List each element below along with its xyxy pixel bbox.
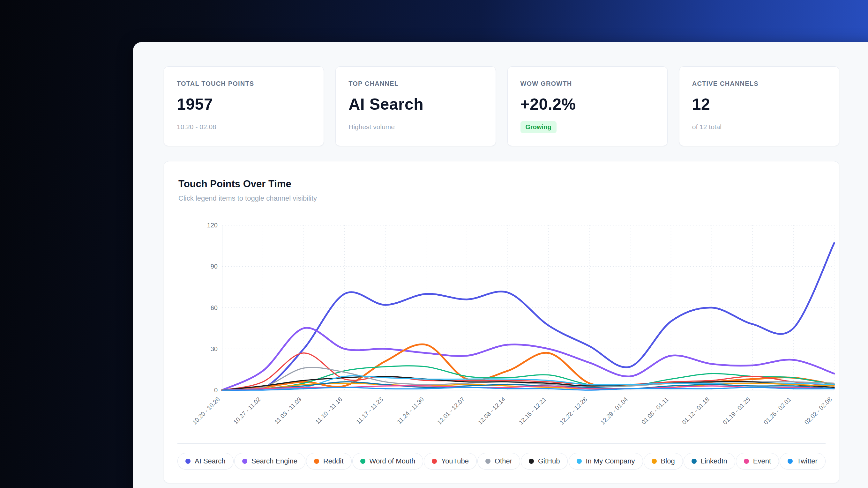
legend-label: Word of Mouth	[370, 457, 415, 465]
legend-pill-ai-search[interactable]: AI Search	[178, 453, 234, 469]
legend-pill-github[interactable]: GitHub	[521, 453, 568, 469]
legend-label: Reddit	[323, 457, 344, 465]
x-axis-tick-label: 12.08 - 12.14	[477, 396, 507, 426]
stat-label: WOW GROWTH	[521, 80, 654, 87]
other-color-dot-icon	[485, 459, 491, 464]
growing-status-badge: Growing	[521, 121, 557, 133]
chart-legend: AI SearchSearch EngineRedditWord of Mout…	[178, 453, 826, 469]
y-axis-tick-label: 30	[211, 346, 218, 352]
github-color-dot-icon	[529, 459, 534, 464]
y-axis-tick-label: 120	[207, 222, 218, 229]
legend-divider	[178, 443, 826, 444]
legend-pill-word-of-mouth[interactable]: Word of Mouth	[352, 453, 424, 469]
event-color-dot-icon	[744, 459, 749, 464]
stats-row: TOTAL TOUCH POINTS 1957 10.20 - 02.08 TO…	[164, 66, 839, 146]
x-axis-tick-label: 01.05 - 01.11	[640, 396, 670, 425]
chart-subtitle: Click legend items to toggle channel vis…	[178, 194, 317, 202]
x-axis-tick-label: 12.22 - 12.28	[558, 396, 588, 426]
line-chart-plot-area: 10.20 - 10.2610.27 - 11.0211.03 - 11.091…	[164, 219, 866, 436]
legend-label: In My Company	[586, 457, 635, 465]
legend-label: LinkedIn	[701, 457, 727, 465]
legend-pill-blog[interactable]: Blog	[644, 453, 683, 469]
stat-card-top-channel: TOP CHANNEL AI Search Highest volume	[335, 66, 496, 146]
stat-card-total-touch-points: TOTAL TOUCH POINTS 1957 10.20 - 02.08	[164, 66, 324, 146]
legend-pill-twitter[interactable]: Twitter	[780, 453, 826, 469]
series-line-twitter	[222, 387, 834, 390]
stat-value: +20.2%	[521, 95, 654, 113]
ai-search-color-dot-icon	[185, 459, 190, 464]
x-axis-tick-label: 12.15 - 12.21	[518, 396, 548, 426]
dashboard-content: TOTAL TOUCH POINTS 1957 10.20 - 02.08 TO…	[164, 66, 839, 483]
x-axis-tick-label: 11.24 - 11.30	[396, 396, 425, 425]
legend-pill-reddit[interactable]: Reddit	[306, 453, 352, 469]
x-axis-tick-label: 01.26 - 02.01	[763, 396, 793, 426]
x-axis-tick-label: 10.27 - 11.02	[232, 396, 262, 425]
legend-label: Blog	[661, 457, 675, 465]
legend-label: Other	[495, 457, 512, 465]
x-axis-tick-label: 10.20 - 10.26	[191, 396, 221, 426]
legend-label: AI Search	[195, 457, 226, 465]
x-axis-tick-label: 12.29 - 01.04	[599, 396, 629, 426]
legend-pill-search-engine[interactable]: Search Engine	[234, 453, 305, 469]
stat-card-active-channels: ACTIVE CHANNELS 12 of 12 total	[679, 66, 839, 146]
dashboard-panel: TOTAL TOUCH POINTS 1957 10.20 - 02.08 TO…	[133, 42, 868, 488]
stat-label: TOTAL TOUCH POINTS	[177, 80, 311, 87]
x-axis-tick-label: 11.03 - 11.09	[274, 396, 303, 425]
y-axis-tick-label: 0	[214, 387, 218, 394]
x-axis-tick-label: 01.19 - 01.25	[721, 396, 751, 426]
chart-title: Touch Points Over Time	[178, 178, 291, 190]
legend-label: GitHub	[538, 457, 560, 465]
x-axis-tick-label: 02.02 - 02.08	[803, 396, 833, 426]
y-axis-tick-label: 90	[211, 263, 218, 270]
reddit-color-dot-icon	[314, 459, 319, 464]
stat-subtext: Highest volume	[348, 123, 483, 131]
legend-pill-linkedin[interactable]: LinkedIn	[684, 453, 735, 469]
y-axis-tick-label: 60	[211, 304, 218, 311]
blog-color-dot-icon	[652, 459, 657, 464]
twitter-color-dot-icon	[787, 459, 793, 464]
legend-label: Event	[753, 457, 771, 465]
youtube-color-dot-icon	[432, 459, 437, 464]
stat-value: AI Search	[348, 95, 483, 113]
stat-subtext: of 12 total	[692, 123, 826, 131]
stat-value: 12	[692, 95, 826, 113]
legend-label: Twitter	[797, 457, 817, 465]
legend-label: Search Engine	[251, 457, 298, 465]
stat-label: ACTIVE CHANNELS	[692, 80, 826, 87]
x-axis-tick-label: 11.17 - 11.23	[355, 396, 384, 425]
series-line-ai-search	[222, 243, 834, 390]
legend-pill-in-my-company[interactable]: In My Company	[569, 453, 643, 469]
stat-value: 1957	[177, 95, 311, 113]
touch-points-chart-card: Touch Points Over Time Click legend item…	[164, 161, 839, 483]
stat-card-wow-growth: WOW GROWTH +20.2% Growing	[507, 66, 668, 146]
stat-subtext: 10.20 - 02.08	[177, 123, 311, 131]
x-axis-tick-label: 01.12 - 01.18	[681, 396, 711, 426]
linkedin-color-dot-icon	[691, 459, 696, 464]
legend-pill-youtube[interactable]: YouTube	[424, 453, 476, 469]
search-engine-color-dot-icon	[242, 459, 247, 464]
in-my-company-color-dot-icon	[577, 459, 582, 464]
x-axis-tick-label: 12.01 - 12.07	[436, 396, 466, 426]
legend-pill-other[interactable]: Other	[477, 453, 520, 469]
x-axis-tick-label: 11.10 - 11.16	[314, 396, 343, 425]
legend-label: YouTube	[441, 457, 468, 465]
legend-pill-event[interactable]: Event	[736, 453, 779, 469]
word-of-mouth-color-dot-icon	[360, 459, 365, 464]
stat-label: TOP CHANNEL	[348, 80, 483, 87]
